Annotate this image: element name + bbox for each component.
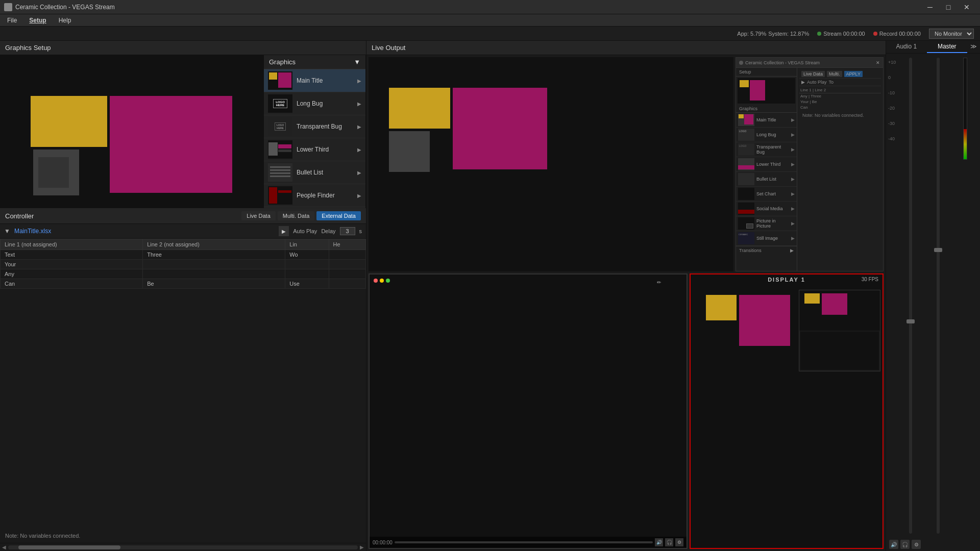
audio-speaker-icon[interactable]: 🔊 [889, 540, 898, 549]
graphics-collapse-icon[interactable]: ▼ [354, 58, 360, 66]
ov-item-transparent-bug[interactable]: LOGO Transparent Bug ▶ [736, 142, 797, 157]
scroll-track[interactable] [8, 545, 358, 549]
ov-item-bullet[interactable]: Bullet List ▶ [736, 172, 797, 187]
data-table: Line 1 (not assigned) Line 2 (not assign… [0, 239, 366, 529]
ov-arrow-lower-third: ▶ [791, 162, 795, 167]
col-header-line1: Line 1 (not assigned) [1, 239, 143, 250]
live-bottom: ✏ 00:00:00 🔊 🎧 ⚙ DISPLAY 1 [369, 273, 884, 549]
graphics-item-long-bug[interactable]: LOGOHERE Long Bug ▶ [264, 92, 365, 115]
lb-settings-btn[interactable]: ⚙ [675, 538, 683, 546]
audio-tabs: Audio 1 Master ≫ [886, 41, 980, 54]
table-cell [143, 260, 285, 269]
audio-db-marks: +10 0 -10 -20 -30 -40 [888, 58, 896, 534]
maximize-button[interactable]: □ [939, 0, 958, 14]
col-header-he: He [329, 239, 365, 250]
thumb-long-bug: LOGOHERE [268, 94, 292, 113]
controller-dropdown[interactable]: ▼ [4, 228, 10, 235]
overlay-close-icon[interactable]: ✕ [876, 60, 880, 65]
live-output-header: Live Output [366, 41, 886, 55]
ov-item-pip[interactable]: Picture in Picture ▶ [736, 216, 797, 231]
controller-play-button[interactable]: ▶ [279, 226, 289, 236]
ov-arrow-transparent-bug: ▶ [791, 147, 795, 152]
multi-data-button[interactable]: Multi. Data [278, 211, 315, 220]
controller-delay-unit: s [359, 228, 362, 234]
graphics-item-lower-third[interactable]: Lower Third ▶ [264, 138, 365, 161]
overlay-content: Setup Graphics [736, 68, 883, 271]
pencil-icon-area: ✏ [657, 279, 661, 286]
audio-headphone-icon[interactable]: 🎧 [900, 540, 910, 549]
graphics-item-transparent-bug[interactable]: LOGOHERE Transparent Bug ▶ [264, 115, 365, 138]
graphics-item-people-finder[interactable]: People Finder ▶ [264, 184, 365, 207]
status-bar: App: 5.79% System: 12.87% Stream 00:00:0… [0, 27, 980, 41]
ov-apply-btn[interactable]: APPLY [844, 71, 863, 77]
overlay-win-title: Ceramic Collection - VEGAS Stream [745, 60, 820, 65]
table-row: Your [1, 260, 366, 269]
minimize-button[interactable]: ─ [921, 0, 939, 14]
ov-autoplay-row: ▶ Auto Play To [799, 79, 881, 86]
audio-fader-track-2[interactable] [937, 58, 940, 534]
lb-progress-track[interactable] [395, 541, 653, 543]
audio-tab-master[interactable]: Master [927, 41, 968, 53]
ov-item-lower-third[interactable]: Lower Third ▶ [736, 157, 797, 172]
table-cell: Use [285, 279, 329, 289]
right-panel: Live Output Ceramic Collection - VEGAS S… [366, 41, 886, 551]
monitor-select[interactable]: No Monitor [929, 29, 974, 39]
menu-file[interactable]: File [4, 16, 20, 25]
ov-thumb-social [738, 203, 754, 215]
graphics-item-bullet-list[interactable]: Bullet List ▶ [264, 161, 365, 184]
scroll-left-arrow[interactable]: ◀ [2, 544, 8, 550]
ov-item-main-title[interactable]: Main Title ▶ [736, 113, 797, 128]
stream-label: Stream 00:00:00 [823, 31, 865, 37]
bottom-scrollbar[interactable]: ◀ ▶ [0, 543, 366, 551]
audio-tab-1[interactable]: Audio 1 [886, 41, 927, 53]
ov-thumb-still2: CERAMIC [738, 232, 754, 244]
scroll-right-arrow[interactable]: ▶ [358, 544, 364, 550]
audio-settings-icon[interactable]: ⚙ [912, 540, 921, 549]
audio-tab-expand[interactable]: ≫ [967, 41, 980, 53]
audio-mixer: +10 0 -10 -20 -30 -40 [886, 54, 980, 538]
record-label: Record 00:00:00 [879, 31, 921, 37]
ov-thumb-main-title [738, 114, 754, 126]
arrow-people-finder: ▶ [357, 193, 361, 198]
audio-fader-track-1[interactable] [909, 58, 912, 534]
stream-status: Stream 00:00:00 [817, 31, 865, 37]
audio-panel: Audio 1 Master ≫ +10 0 -10 -20 -30 -40 [886, 41, 980, 551]
lb-vol-btn[interactable]: 🔊 [655, 538, 663, 546]
titlebar-left: Ceramic Collection - VEGAS Stream [4, 3, 115, 11]
lb-headphone-btn[interactable]: 🎧 [665, 538, 673, 546]
ov-item-social[interactable]: Social Media ▶ [736, 202, 797, 216]
thumb-transparent-bug: LOGOHERE [268, 117, 292, 136]
menu-help[interactable]: Help [56, 16, 75, 25]
ov-transitions[interactable]: Transitions▶ [736, 246, 797, 255]
graphics-header: Graphics ▼ [264, 55, 365, 69]
audio-fader-knob-1[interactable] [906, 319, 915, 323]
menu-setup[interactable]: Setup [26, 16, 49, 25]
col-header-lin: Lin [285, 239, 329, 250]
ov-item-long-bug[interactable]: LOGO Long Bug ▶ [736, 128, 797, 142]
close-button[interactable]: ✕ [958, 0, 976, 14]
ov-item-set-chart[interactable]: Set Chart ▶ [736, 187, 797, 202]
external-data-button[interactable]: External Data [316, 211, 361, 220]
ov-live-data-btn[interactable]: Live Data [801, 71, 825, 77]
audio-fader-knob-2[interactable] [934, 248, 942, 252]
record-status: Record 00:00:00 [873, 31, 921, 37]
thumb-bullet [268, 163, 292, 182]
ov-multi-data-btn[interactable]: Multi. [827, 71, 842, 77]
ov-bottom-note: Note: No variables connected. [799, 111, 881, 119]
ov-arrow-still2: ▶ [791, 236, 795, 241]
table-cell: Three [143, 250, 285, 260]
graphics-item-main-title[interactable]: Main Title ▶ [264, 69, 365, 92]
table-row: Can Be Use [1, 279, 366, 289]
controller-delay-input[interactable] [340, 227, 355, 235]
db-mark: -40 [888, 136, 896, 141]
ov-thumb-set-chart [738, 188, 754, 200]
controller-header: Controller Live Data Multi. Data Externa… [0, 208, 366, 224]
live-data-button[interactable]: Live Data [241, 211, 275, 220]
overlay-titlebar: Ceramic Collection - VEGAS Stream ✕ [736, 58, 883, 68]
display-fps: 30 FPS [862, 277, 878, 282]
ov-label-long-bug: Long Bug [756, 132, 789, 137]
overlay-right-content: Live Data Multi. APPLY ▶ Auto Play To [797, 68, 883, 271]
ov-item-still2[interactable]: CERAMIC Still Image ▶ [736, 231, 797, 246]
scroll-thumb[interactable] [18, 545, 120, 549]
titlebar-controls[interactable]: ─ □ ✕ [921, 0, 976, 14]
